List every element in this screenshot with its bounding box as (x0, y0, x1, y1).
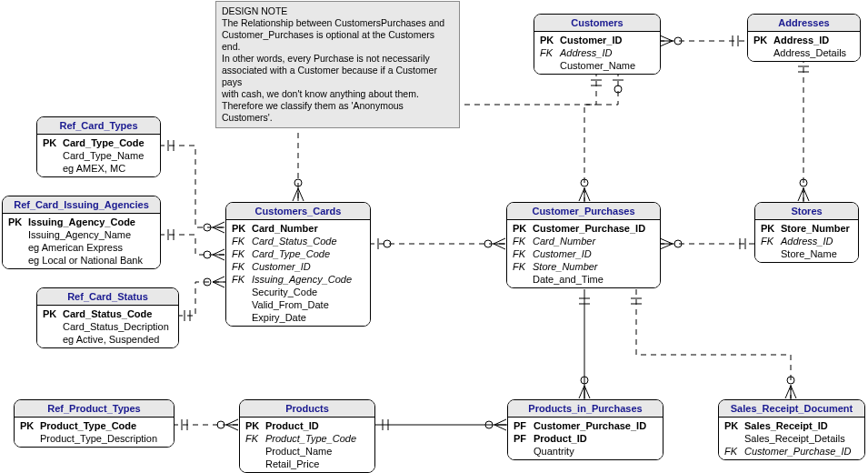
field: Date_and_Time (533, 273, 604, 286)
entity-ref-product-types: Ref_Product_Types PKProduct_Type_Code Pr… (14, 399, 175, 448)
field: Expiry_Date (252, 311, 306, 324)
key-type: PK (753, 34, 773, 46)
key-type: PK (724, 419, 744, 432)
field: Card_Type_Code (252, 247, 330, 260)
entity-title: Addresses (748, 15, 860, 32)
field: eg American Express (28, 241, 123, 254)
entity-body: PKCard_Status_Code Card_Status_Decriptio… (37, 306, 178, 347)
field: Address_ID (773, 34, 829, 46)
key-type: PK (232, 222, 252, 235)
key-type: FK (724, 445, 744, 458)
key-type: PF (514, 432, 534, 445)
key-type: PK (513, 222, 533, 235)
field: Card_Number (533, 235, 595, 247)
entity-customers-cards: Customers_Cards PKCard_Number FKCard_Sta… (225, 202, 371, 327)
key-type: PK (43, 307, 63, 320)
note-line: Therefore we classify them as 'Anonymous… (222, 100, 404, 123)
field: Card_Number (252, 222, 318, 235)
entity-products: Products PKProduct_ID FKProduct_Type_Cod… (239, 399, 375, 473)
key-type: PK (245, 419, 265, 432)
field: eg Active, Suspended (63, 333, 159, 346)
field: Card_Type_Name (63, 149, 144, 162)
field: Security_Code (252, 286, 317, 298)
entity-addresses: Addresses PKAddress_ID Address_Details (747, 14, 861, 62)
design-note: DESIGN NOTE The Relationship between Cus… (215, 1, 460, 128)
entity-title: Customer_Purchases (507, 203, 660, 220)
field: Product_Type_Description (40, 432, 157, 445)
entity-body: PKCard_Number FKCard_Status_Code FKCard_… (226, 220, 370, 326)
entity-title: Ref_Card_Types (37, 117, 160, 135)
note-line: In other words, every Purchase is not ne… (222, 53, 430, 64)
entity-body: PFCustomer_Purchase_ID PFProduct_ID Quan… (508, 418, 663, 459)
key-type: FK (513, 247, 533, 260)
field: Customer_Name (560, 59, 635, 72)
entity-body: PKCard_Type_Code Card_Type_Name eg AMEX,… (37, 135, 160, 176)
field: Issuing_Agency_Code (252, 273, 352, 286)
entity-title: Products (240, 400, 374, 418)
note-line: with cash, we don't know anything about … (222, 88, 419, 99)
entity-title: Products_in_Purchases (508, 400, 663, 418)
field: Sales_Receipt_Details (744, 432, 845, 445)
key-type: FK (761, 235, 781, 247)
field: Product_Type_Code (40, 419, 136, 432)
field: eg AMEX, MC (63, 162, 125, 175)
entity-title: Ref_Card_Issuing_Agencies (3, 196, 160, 214)
field: Product_Name (265, 445, 332, 458)
entity-body: PKAddress_ID Address_Details (748, 32, 860, 61)
key-type: PK (761, 222, 781, 235)
key-type: FK (232, 260, 252, 273)
key-type: PK (8, 216, 28, 228)
field: Address_ID (781, 235, 833, 247)
entity-title: Ref_Product_Types (15, 400, 174, 418)
entity-customer-purchases: Customer_Purchases PKCustomer_Purchase_I… (506, 202, 661, 288)
key-type: FK (232, 273, 252, 286)
key-type: FK (232, 235, 252, 247)
field: Store_Number (781, 222, 850, 235)
field: Address_ID (560, 46, 612, 59)
field: Customer_ID (560, 34, 622, 46)
entity-ref-card-types: Ref_Card_Types PKCard_Type_Code Card_Typ… (36, 116, 161, 177)
field: Customer_Purchase_ID (534, 419, 646, 432)
entity-body: PKCustomer_Purchase_ID FKCard_Number FKC… (507, 220, 660, 287)
entity-body: PKStore_Number FKAddress_ID Store_Name (755, 220, 858, 262)
entity-customers: Customers PKCustomer_ID FKAddress_ID Cus… (534, 14, 661, 75)
key-type: FK (245, 432, 265, 445)
key-type: PK (20, 419, 40, 432)
note-line: Customer_Purchases is optional at the Cu… (222, 29, 434, 52)
note-line: associated with a Customer because if a … (222, 65, 437, 87)
key-type: FK (513, 260, 533, 273)
entity-body: PKProduct_ID FKProduct_Type_Code Product… (240, 418, 374, 472)
key-type: PF (514, 419, 534, 432)
field: Issuing_Agency_Code (28, 216, 135, 228)
field: Card_Status_Decription (63, 320, 169, 333)
field: Store_Number (533, 260, 598, 273)
entity-body: PKSales_Receipt_ID Sales_Receipt_Details… (719, 418, 864, 459)
key-type: FK (513, 235, 533, 247)
entity-body: PKProduct_Type_Code Product_Type_Descrip… (15, 418, 174, 447)
field: Product_Type_Code (265, 432, 356, 445)
field: Card_Status_Code (63, 307, 152, 320)
entity-title: Stores (755, 203, 858, 220)
entity-stores: Stores PKStore_Number FKAddress_ID Store… (754, 202, 859, 263)
field: Card_Status_Code (252, 235, 337, 247)
entity-body: PKIssuing_Agency_Code Issuing_Agency_Nam… (3, 214, 160, 268)
key-type: FK (232, 247, 252, 260)
entity-title: Customers (534, 15, 660, 32)
entity-body: PKCustomer_ID FKAddress_ID Customer_Name (534, 32, 660, 74)
field: Issuing_Agency_Name (28, 228, 131, 241)
key-type: PK (43, 136, 63, 149)
key-type: PK (540, 34, 560, 46)
field: eg Local or National Bank (28, 254, 143, 267)
note-title: DESIGN NOTE (222, 5, 287, 16)
entity-ref-card-status: Ref_Card_Status PKCard_Status_Code Card_… (36, 287, 179, 348)
field: Product_ID (265, 419, 319, 432)
entity-title: Ref_Card_Status (37, 288, 178, 306)
field: Card_Type_Code (63, 136, 145, 149)
field: Customer_ID (252, 260, 311, 273)
entity-ref-card-issuing-agencies: Ref_Card_Issuing_Agencies PKIssuing_Agen… (2, 196, 161, 269)
key-type: FK (540, 46, 560, 59)
entity-title: Customers_Cards (226, 203, 370, 220)
entity-products-in-purchases: Products_in_Purchases PFCustomer_Purchas… (507, 399, 663, 460)
field: Product_ID (534, 432, 587, 445)
field: Retail_Price (265, 458, 319, 470)
